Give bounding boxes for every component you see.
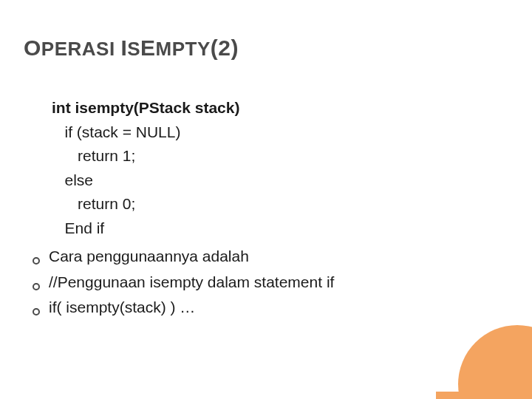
slide-body: int isempty(PStack stack) if (stack = NU… <box>52 96 480 320</box>
slide: OPERASI ISEMPTY(2) int isempty(PStack st… <box>0 0 532 399</box>
title-suffix: (2) <box>211 35 239 60</box>
bullet-icon <box>33 283 40 290</box>
title-rest1: PERASI <box>41 38 115 60</box>
bullet-list: Cara penggunaannya adalah //Penggunaan i… <box>52 245 480 320</box>
code-line-1: int isempty(PStack stack) <box>52 96 480 120</box>
list-item: Cara penggunaannya adalah <box>52 245 480 269</box>
title-cap1: O <box>24 35 41 60</box>
bullet-text: //Penggunaan isempty dalam statement if <box>49 270 334 295</box>
slide-title: OPERASI ISEMPTY(2) <box>24 35 239 61</box>
bullet-text: Cara penggunaannya adalah <box>49 245 249 269</box>
code-line-5: return 0; <box>52 192 480 216</box>
list-item: if( isempty(stack) ) … <box>52 296 480 320</box>
bullet-icon <box>33 257 40 265</box>
title-rest2: MPTY <box>156 38 211 60</box>
title-cap3: E <box>140 35 156 60</box>
code-line-3: return 1; <box>52 144 480 168</box>
bullet-text: if( isempty(stack) ) … <box>49 296 195 320</box>
code-line-6: End if <box>52 216 480 241</box>
code-line-4: else <box>52 168 480 193</box>
list-item: //Penggunaan isempty dalam statement if <box>52 270 480 295</box>
bullet-icon <box>33 308 40 316</box>
title-cap2: I <box>120 35 127 60</box>
accent-circle <box>458 325 532 399</box>
title-mid2: S <box>127 38 140 60</box>
code-line-2: if (stack = NULL) <box>52 120 480 145</box>
